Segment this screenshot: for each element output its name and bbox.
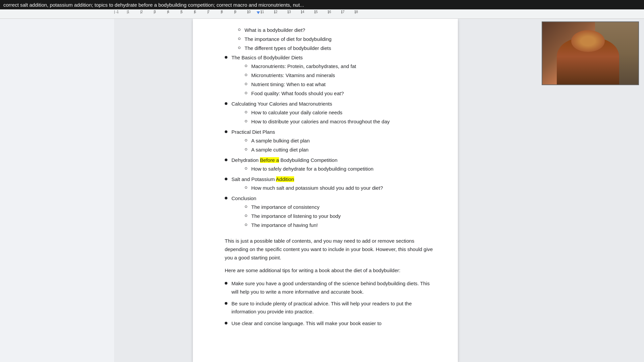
list-item-text: The importance of having fun!: [251, 221, 318, 229]
list-item: A sample cutting diet plan: [245, 146, 310, 154]
sub-bullet-icon: [245, 148, 247, 150]
intro-subitems-list: What is a bodybuilder diet? The importan…: [225, 26, 438, 52]
list-item-text: The importance of diet for bodybuilding: [245, 35, 331, 43]
sub-bullet-icon: [245, 186, 247, 189]
ruler-label: 17: [341, 10, 344, 14]
list-item-text: Macronutrients: Protein, carbohydrates, …: [251, 62, 356, 70]
bullet-icon: [225, 56, 227, 59]
list-item: A sample bulking diet plan: [245, 137, 310, 145]
list-item: Micronutrients: Vitamins and minerals: [245, 71, 356, 79]
section-block: Conclusion The importance of consistency…: [231, 194, 341, 230]
list-item: Conclusion The importance of consistency…: [225, 194, 438, 230]
section-block: Salt and Potassium Addition How much sal…: [231, 175, 383, 193]
list-item: The different types of bodybuilder diets: [238, 44, 438, 52]
list-item: How to distribute your calories and macr…: [245, 118, 390, 126]
highlighted-text: Before a: [260, 157, 279, 163]
section-title: The Basics of Bodybuilder Diets: [231, 55, 303, 60]
sub-bullet-icon: [245, 167, 247, 170]
list-item-text: A sample cutting diet plan: [251, 146, 309, 154]
sub-bullet-icon: [245, 215, 247, 217]
list-item: Nutrient timing: When to eat what: [245, 80, 356, 88]
section-subitems: How to calculate your daily calorie need…: [231, 109, 390, 126]
sub-bullet-icon: [245, 92, 247, 94]
highlighted-text: Addition: [276, 176, 294, 182]
ruler-label: 1: [127, 10, 129, 14]
sub-bullet-icon: [238, 38, 240, 40]
section-block: Calculating Your Calories and Macronutri…: [231, 100, 390, 127]
tip-text: Make sure you have a good understanding …: [231, 280, 438, 296]
bullet-icon: [225, 302, 227, 305]
sub-bullet-icon: [245, 111, 247, 113]
main-bullet-list: The Basics of Bodybuilder Diets Macronut…: [225, 54, 438, 230]
ruler-label: 16: [327, 10, 331, 14]
sub-bullet-icon: [245, 65, 247, 67]
sub-bullet-icon: [245, 139, 247, 141]
bullet-icon: [225, 178, 227, 180]
list-item-text: How to distribute your calories and macr…: [251, 118, 390, 126]
list-item: How much salt and potassium should you a…: [245, 184, 383, 192]
bullet-icon: [225, 159, 227, 161]
section-block: Practical Diet Plans A sample bulking di…: [231, 128, 310, 155]
document-content: What is a bodybuilder diet? The importan…: [225, 26, 438, 328]
webcam-person-view: [542, 22, 638, 84]
list-item: The importance of listening to your body: [245, 212, 341, 220]
list-item: The importance of diet for bodybuilding: [238, 35, 438, 43]
list-item-text: What is a bodybuilder diet?: [245, 26, 305, 34]
section-block: Dehydration Before a Bodybuilding Compet…: [231, 156, 373, 174]
bullet-icon: [225, 197, 227, 199]
list-item: Use clear and concise language. This wil…: [225, 319, 438, 328]
ruler-mark: |: [114, 10, 115, 14]
ruler-label: 18: [354, 10, 358, 14]
list-item: Make sure you have a good understanding …: [225, 280, 438, 296]
bullet-icon: [225, 102, 227, 105]
tips-list: Make sure you have a good understanding …: [225, 280, 438, 328]
list-item: The importance of consistency: [245, 203, 341, 211]
ruler-label: 5: [181, 10, 183, 14]
sub-bullet-icon: [245, 224, 247, 226]
ruler: | -1 | 1 | 2 | 3 | 4 | 5 | 6 | 7 | 8 | 9…: [0, 9, 644, 19]
ruler-label: 10: [247, 10, 251, 14]
ruler-label: 12: [274, 10, 277, 14]
section-subitems: The importance of consistency The import…: [231, 203, 341, 229]
list-item: The Basics of Bodybuilder Diets Macronut…: [225, 54, 438, 99]
list-item-text: The importance of consistency: [251, 203, 319, 211]
sub-bullet-icon: [245, 74, 247, 76]
sub-bullet-icon: [245, 83, 247, 85]
sub-bullet-icon: [238, 47, 240, 49]
list-item-text: Food quality: What foods should you eat?: [251, 89, 344, 98]
section-title: Practical Diet Plans: [231, 129, 275, 135]
ruler-label: 3: [154, 10, 156, 14]
list-item: Salt and Potassium Addition How much sal…: [225, 175, 438, 193]
right-sidebar: [537, 19, 644, 362]
list-item: The importance of having fun!: [245, 221, 341, 229]
bullet-icon: [225, 130, 227, 133]
ruler-label: 15: [314, 10, 318, 14]
paragraph-2: Here are some additional tips for writin…: [225, 266, 438, 275]
section-subitems: How to safely dehydrate for a bodybuildi…: [231, 165, 373, 173]
document-page: What is a bodybuilder diet? The importan…: [193, 19, 458, 362]
left-sidebar: [0, 19, 114, 362]
list-item: Macronutrients: Protein, carbohydrates, …: [245, 62, 356, 70]
section-title: Conclusion: [231, 195, 256, 201]
list-item: Be sure to include plenty of practical a…: [225, 300, 438, 316]
webcam-box: [542, 21, 639, 85]
list-item-text: The importance of listening to your body: [251, 212, 341, 220]
list-item: Calculating Your Calories and Macronutri…: [225, 100, 438, 127]
list-item-text: Nutrient timing: When to eat what: [251, 80, 326, 88]
ruler-label: 13: [287, 10, 291, 14]
list-item-text: How to safely dehydrate for a bodybuildi…: [251, 165, 373, 173]
sub-bullet-icon: [245, 205, 247, 208]
ruler-cursor-indicator: [257, 11, 260, 14]
section-subitems: A sample bulking diet plan A sample cutt…: [231, 137, 310, 154]
list-item-text: The different types of bodybuilder diets: [245, 44, 331, 52]
tip-text: Be sure to include plenty of practical a…: [231, 300, 438, 316]
ruler-label: 7: [208, 10, 210, 14]
list-item: How to safely dehydrate for a bodybuildi…: [245, 165, 373, 173]
sub-bullet-icon: [245, 120, 247, 122]
ruler-label: 11: [260, 10, 264, 14]
webcam-person-head: [571, 30, 605, 52]
list-item-text: Micronutrients: Vitamins and minerals: [251, 71, 335, 79]
document-area[interactable]: What is a bodybuilder diet? The importan…: [114, 19, 537, 362]
tip-text: Use clear and concise language. This wil…: [231, 319, 381, 328]
list-item: Dehydration Before a Bodybuilding Compet…: [225, 156, 438, 174]
